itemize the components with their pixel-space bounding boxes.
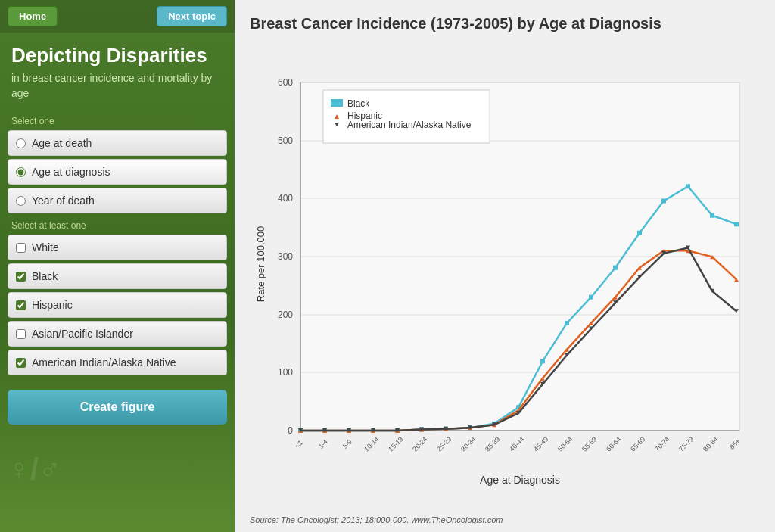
svg-rect-52 (637, 231, 642, 235)
checkbox-native-label: American Indian/Alaska Native (32, 356, 176, 369)
svg-text:25-29: 25-29 (435, 435, 453, 453)
svg-text:0: 0 (288, 425, 293, 436)
checkbox-native[interactable]: American Indian/Alaska Native (8, 350, 227, 375)
radio-age-diagnosis-label: Age at diagnosis (32, 166, 110, 178)
svg-rect-56 (734, 222, 739, 226)
radio-age-diagnosis[interactable]: Age at diagnosis (8, 159, 227, 185)
svg-text:80-84: 80-84 (702, 435, 719, 453)
checkbox-group: White Black Hispanic Asian/Pacific Islan… (0, 235, 235, 378)
svg-rect-53 (661, 199, 666, 204)
left-panel: Home Next topic Depicting Disparities in… (0, 0, 235, 532)
svg-text:400: 400 (278, 193, 293, 204)
svg-rect-49 (565, 321, 569, 325)
right-panel: Breast Cancer Incidence (1973-2005) by A… (235, 0, 775, 532)
checkbox-white-input[interactable] (16, 243, 26, 253)
svg-text:85+: 85+ (728, 437, 742, 451)
chart-source: Source: The Oncologist; 2013; 18:000-000… (250, 515, 760, 524)
svg-rect-54 (686, 184, 690, 188)
svg-text:70-74: 70-74 (653, 435, 671, 453)
panel-subtitle: in breast cancer incidence and mortality… (0, 71, 235, 112)
svg-text:60-64: 60-64 (605, 435, 622, 453)
watermark: ♀/♂ (8, 453, 61, 487)
svg-text:75-79: 75-79 (677, 435, 695, 453)
next-topic-button[interactable]: Next topic (157, 6, 227, 26)
checkbox-asian-input[interactable] (16, 329, 26, 339)
svg-text:<1: <1 (294, 439, 304, 450)
top-buttons: Home Next topic (0, 0, 235, 33)
svg-text:1-4: 1-4 (317, 438, 329, 450)
svg-text:American Indian/Alaska Native: American Indian/Alaska Native (347, 120, 472, 130)
radio-age-death-label: Age at death (32, 137, 92, 149)
home-button[interactable]: Home (8, 6, 58, 26)
svg-rect-51 (613, 266, 618, 270)
svg-text:300: 300 (278, 251, 293, 262)
checkbox-white-label: White (32, 241, 59, 254)
svg-text:10-14: 10-14 (363, 435, 380, 453)
svg-text:65-69: 65-69 (629, 435, 646, 453)
panel-title: Depicting Disparities (0, 33, 235, 71)
chart-title: Breast Cancer Incidence (1973-2005) by A… (250, 15, 760, 33)
svg-text:35-39: 35-39 (484, 435, 501, 453)
checkbox-hispanic-input[interactable] (16, 300, 26, 310)
chart-wrapper: 0 100 200 300 400 500 600 Rate per 100,0… (250, 40, 760, 511)
checkbox-native-input[interactable] (16, 358, 26, 368)
checkbox-black[interactable]: Black (8, 263, 227, 289)
svg-text:40-44: 40-44 (508, 435, 525, 453)
svg-text:15-19: 15-19 (387, 435, 404, 453)
checkbox-asian-label: Asian/Pacific Islander (32, 328, 133, 340)
checkbox-black-label: Black (32, 270, 58, 282)
svg-text:600: 600 (278, 77, 293, 88)
svg-text:100: 100 (278, 367, 293, 378)
svg-text:30-34: 30-34 (459, 435, 477, 453)
select-one-label: Select one (0, 112, 235, 130)
select-atleast-label: Select at least one (0, 216, 235, 235)
svg-text:500: 500 (278, 135, 293, 146)
svg-text:50-54: 50-54 (556, 435, 574, 453)
checkbox-hispanic-label: Hispanic (32, 299, 73, 311)
svg-text:45-49: 45-49 (532, 435, 549, 453)
svg-rect-50 (589, 295, 593, 300)
svg-rect-48 (540, 359, 545, 363)
checkbox-hispanic[interactable]: Hispanic (8, 292, 227, 318)
radio-age-death[interactable]: Age at death (8, 130, 227, 156)
checkbox-asian[interactable]: Asian/Pacific Islander (8, 321, 227, 347)
radio-group: Age at death Age at diagnosis Year of de… (0, 130, 235, 216)
radio-year-death[interactable]: Year of death (8, 188, 227, 213)
radio-year-death-input[interactable] (16, 196, 26, 206)
svg-text:200: 200 (278, 310, 293, 320)
svg-rect-96 (331, 99, 343, 107)
radio-age-death-input[interactable] (16, 138, 26, 148)
chart-svg: 0 100 200 300 400 500 600 Rate per 100,0… (255, 75, 755, 476)
svg-rect-55 (710, 213, 714, 218)
svg-text:Rate per 100,000: Rate per 100,000 (255, 226, 266, 302)
checkbox-black-input[interactable] (16, 272, 26, 282)
create-figure-button[interactable]: Create figure (8, 390, 227, 425)
svg-text:20-24: 20-24 (411, 435, 428, 453)
svg-text:5-9: 5-9 (341, 438, 353, 450)
checkbox-white[interactable]: White (8, 235, 227, 260)
svg-text:Age at Diagnosis: Age at Diagnosis (480, 474, 560, 486)
radio-year-death-label: Year of death (32, 194, 95, 207)
svg-text:Black: Black (347, 98, 370, 109)
svg-text:55-59: 55-59 (580, 435, 598, 453)
radio-age-diagnosis-input[interactable] (16, 167, 26, 177)
